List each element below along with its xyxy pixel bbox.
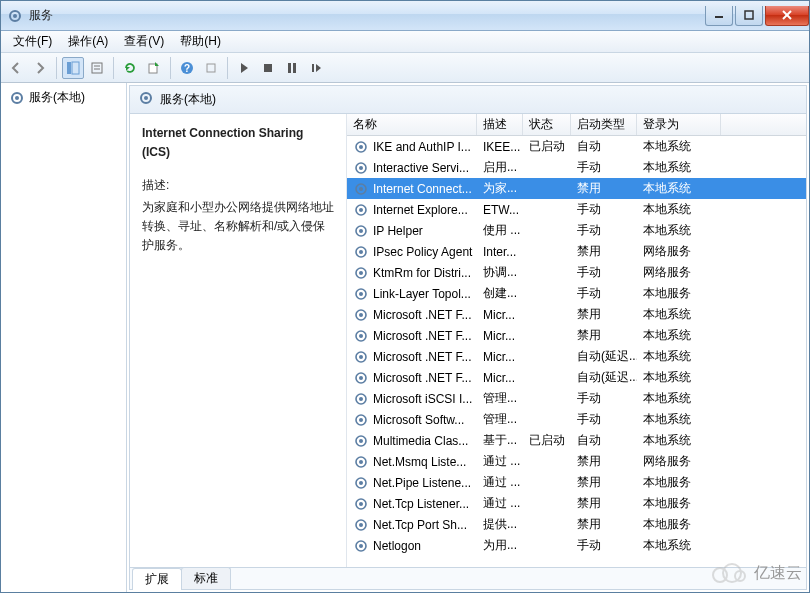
forward-button[interactable] [29,57,51,79]
tree-item-services-local[interactable]: 服务(本地) [5,87,122,108]
cell-start: 禁用 [571,243,637,260]
cell-start: 手动 [571,159,637,176]
service-name-text: IKE and AuthIP I... [373,140,471,154]
cell-name: Net.Tcp Port Sh... [347,517,477,533]
table-row[interactable]: Net.Tcp Listener...通过 ...禁用本地服务 [347,493,806,514]
gear-icon [353,412,369,428]
cell-logon: 本地系统 [637,411,721,428]
cell-start: 手动 [571,411,637,428]
refresh-button[interactable] [119,57,141,79]
table-row[interactable]: Microsoft .NET F...Micr...自动(延迟...本地系统 [347,367,806,388]
svg-rect-6 [67,62,71,74]
service-name-text: IP Helper [373,224,423,238]
export-button[interactable] [143,57,165,79]
gear-icon [353,475,369,491]
column-name[interactable]: 名称 [347,114,477,135]
cell-logon: 网络服务 [637,243,721,260]
cell-name: Multimedia Clas... [347,433,477,449]
service-name-text: Internet Explore... [373,203,468,217]
service-name-text: Link-Layer Topol... [373,287,471,301]
service-list[interactable]: IKE and AuthIP I...IKEE...已启动自动本地系统Inter… [347,136,806,567]
column-logon-as[interactable]: 登录为 [637,114,721,135]
tab-standard[interactable]: 标准 [181,567,231,589]
svg-rect-3 [745,11,753,19]
svg-point-40 [359,313,363,317]
cell-status: 已启动 [523,432,571,449]
minimize-button[interactable] [705,6,733,26]
start-service-button[interactable] [233,57,255,79]
cell-start: 禁用 [571,474,637,491]
titlebar[interactable]: 服务 [1,1,809,31]
back-button[interactable] [5,57,27,79]
table-row[interactable]: Microsoft Softw...管理...手动本地系统 [347,409,806,430]
column-startup-type[interactable]: 启动类型 [571,114,637,135]
tree-pane[interactable]: 服务(本地) [1,83,127,592]
cell-logon: 本地服务 [637,285,721,302]
maximize-button[interactable] [735,6,763,26]
gear-icon [353,160,369,176]
services-icon [7,8,23,24]
description-label: 描述: [142,176,334,195]
table-row[interactable]: Microsoft .NET F...Micr...自动(延迟...本地系统 [347,346,806,367]
cell-logon: 本地系统 [637,201,721,218]
cell-start: 手动 [571,390,637,407]
svg-point-38 [359,292,363,296]
table-row[interactable]: Microsoft .NET F...Micr...禁用本地系统 [347,304,806,325]
stop-service-button[interactable] [257,57,279,79]
gear-icon [353,286,369,302]
close-button[interactable] [765,6,809,26]
svg-point-36 [359,271,363,275]
table-row[interactable]: Net.Pipe Listene...通过 ...禁用本地服务 [347,472,806,493]
table-row[interactable]: Internet Explore...ETW...手动本地系统 [347,199,806,220]
service-name-text: Internet Connect... [373,182,472,196]
menu-view[interactable]: 查看(V) [116,31,172,52]
table-row[interactable]: Net.Tcp Port Sh...提供...禁用本地服务 [347,514,806,535]
menu-action[interactable]: 操作(A) [60,31,116,52]
table-row[interactable]: IP Helper使用 ...手动本地系统 [347,220,806,241]
table-row[interactable]: KtmRm for Distri...协调...手动网络服务 [347,262,806,283]
svg-rect-14 [207,64,215,72]
table-row[interactable]: Net.Msmq Liste...通过 ...禁用网络服务 [347,451,806,472]
svg-point-58 [359,502,363,506]
svg-rect-8 [92,63,102,73]
menu-file[interactable]: 文件(F) [5,31,60,52]
cell-start: 禁用 [571,306,637,323]
svg-point-56 [359,481,363,485]
gear-icon [353,265,369,281]
menu-help[interactable]: 帮助(H) [172,31,229,52]
help-button[interactable]: ? [176,57,198,79]
pause-service-button[interactable] [281,57,303,79]
services-window: 服务 文件(F) 操作(A) 查看(V) 帮助(H) ? [0,0,810,593]
column-status[interactable]: 状态 [523,114,571,135]
show-hide-tree-button[interactable] [62,57,84,79]
cell-start: 禁用 [571,327,637,344]
cell-name: KtmRm for Distri... [347,265,477,281]
table-row[interactable]: IPsec Policy AgentInter...禁用网络服务 [347,241,806,262]
cell-desc: 启用... [477,159,523,176]
tab-extended[interactable]: 扩展 [132,568,182,590]
table-row[interactable]: Microsoft .NET F...Micr...禁用本地系统 [347,325,806,346]
table-row[interactable]: Netlogon为用...手动本地系统 [347,535,806,556]
cell-desc: 管理... [477,390,523,407]
table-row[interactable]: Interactive Servi...启用...手动本地系统 [347,157,806,178]
extra-button[interactable] [200,57,222,79]
table-row[interactable]: Microsoft iSCSI I...管理...手动本地系统 [347,388,806,409]
cell-start: 禁用 [571,516,637,533]
table-row[interactable]: Internet Connect...为家...禁用本地系统 [347,178,806,199]
properties-button[interactable] [86,57,108,79]
table-row[interactable]: IKE and AuthIP I...IKEE...已启动自动本地系统 [347,136,806,157]
table-row[interactable]: Multimedia Clas...基于...已启动自动本地系统 [347,430,806,451]
cell-name: Net.Msmq Liste... [347,454,477,470]
cell-logon: 本地系统 [637,537,721,554]
restart-service-button[interactable] [305,57,327,79]
cell-logon: 网络服务 [637,453,721,470]
cell-logon: 本地服务 [637,495,721,512]
cell-desc: IKEE... [477,140,523,154]
table-row[interactable]: Link-Layer Topol...创建...手动本地服务 [347,283,806,304]
cell-start: 自动 [571,138,637,155]
cell-status: 已启动 [523,138,571,155]
svg-point-62 [359,544,363,548]
column-description[interactable]: 描述 [477,114,523,135]
cell-desc: 通过 ... [477,453,523,470]
separator [56,57,57,79]
